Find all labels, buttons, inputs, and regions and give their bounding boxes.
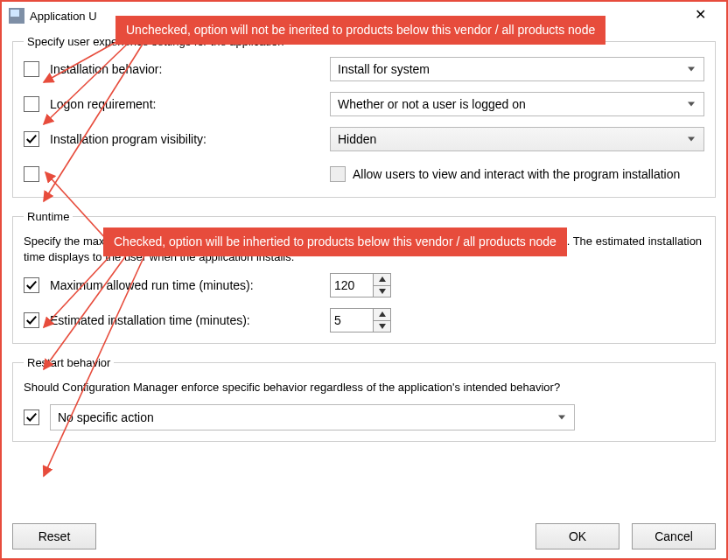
row-install-visibility: Installation program visibility: Hidden (24, 127, 704, 151)
app-icon (9, 8, 24, 24)
spinner-max-runtime[interactable] (330, 273, 391, 298)
ok-button[interactable]: OK (536, 523, 620, 550)
select-logon-requirement[interactable]: Whether or not a user is logged on (330, 92, 704, 116)
spinner-est-install[interactable] (330, 308, 391, 332)
label-max-runtime: Maximum allowed run time (minutes): (50, 278, 330, 292)
spinner-down-icon[interactable] (374, 286, 390, 298)
restart-group: Restart behavior Should Configuration Ma… (12, 356, 716, 442)
input-est-install[interactable] (331, 309, 373, 332)
checkbox-logon-requirement[interactable] (24, 96, 39, 112)
input-max-runtime[interactable] (331, 274, 373, 297)
checkbox-max-runtime[interactable] (24, 277, 39, 293)
label-est-install: Estimated installation time (minutes): (50, 313, 330, 327)
restart-question: Should Configuration Manager enforce spe… (24, 380, 704, 396)
row-allow-interaction: Allow users to view and interact with th… (24, 162, 704, 186)
checkbox-install-behavior[interactable] (24, 61, 39, 77)
close-button[interactable]: ✕ (681, 3, 719, 29)
row-logon-requirement: Logon requirement: Whether or not a user… (24, 92, 704, 116)
label-logon-requirement: Logon requirement: (50, 97, 330, 111)
user-experience-group: Specify user experience settings for the… (12, 35, 716, 198)
row-est-install: Estimated installation time (minutes): (24, 308, 704, 332)
select-install-visibility[interactable]: Hidden (330, 127, 704, 151)
label-install-behavior: Installation behavior: (50, 62, 330, 76)
reset-button[interactable]: Reset (12, 523, 96, 550)
checkbox-install-visibility[interactable] (24, 131, 39, 147)
select-install-behavior-value: Install for system (338, 62, 430, 76)
checkbox-allow-interaction[interactable] (330, 166, 346, 182)
select-install-behavior[interactable]: Install for system (330, 57, 704, 81)
spinner-up-icon[interactable] (374, 309, 390, 321)
row-max-runtime: Maximum allowed run time (minutes): (24, 273, 704, 298)
checkbox-est-install[interactable] (24, 312, 39, 328)
select-restart-value: No specific action (58, 410, 154, 424)
label-install-visibility: Installation program visibility: (50, 132, 330, 146)
callout-unchecked: Unchecked, option will not be inerited t… (116, 16, 606, 45)
cancel-button[interactable]: Cancel (632, 523, 716, 550)
row-install-behavior: Installation behavior: Install for syste… (24, 57, 704, 81)
checkbox-restart[interactable] (24, 410, 39, 425)
label-allow-interaction: Allow users to view and interact with th… (353, 167, 680, 181)
checkbox-allow-interaction-inherit[interactable] (24, 166, 39, 182)
select-restart[interactable]: No specific action (50, 404, 575, 430)
window-title: Application U (30, 10, 97, 23)
callout-checked: Checked, option will be inhertied to pro… (103, 228, 567, 256)
row-restart: No specific action (24, 404, 704, 430)
button-bar: Reset OK Cancel (12, 523, 716, 550)
select-logon-requirement-value: Whether or not a user is logged on (338, 97, 526, 111)
restart-legend: Restart behavior (24, 356, 114, 369)
spinner-down-icon[interactable] (374, 321, 390, 332)
select-install-visibility-value: Hidden (338, 132, 376, 146)
runtime-legend: Runtime (24, 210, 73, 223)
spinner-up-icon[interactable] (374, 274, 390, 286)
